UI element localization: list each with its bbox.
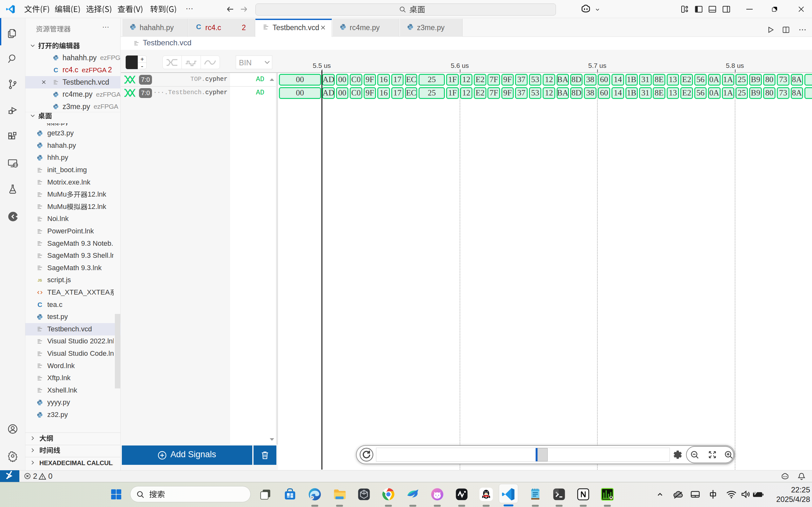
- svg-text:JS: JS: [38, 278, 42, 282]
- svg-text:C: C: [38, 301, 42, 308]
- svg-text:C: C: [54, 67, 58, 73]
- svg-text:C: C: [196, 23, 201, 31]
